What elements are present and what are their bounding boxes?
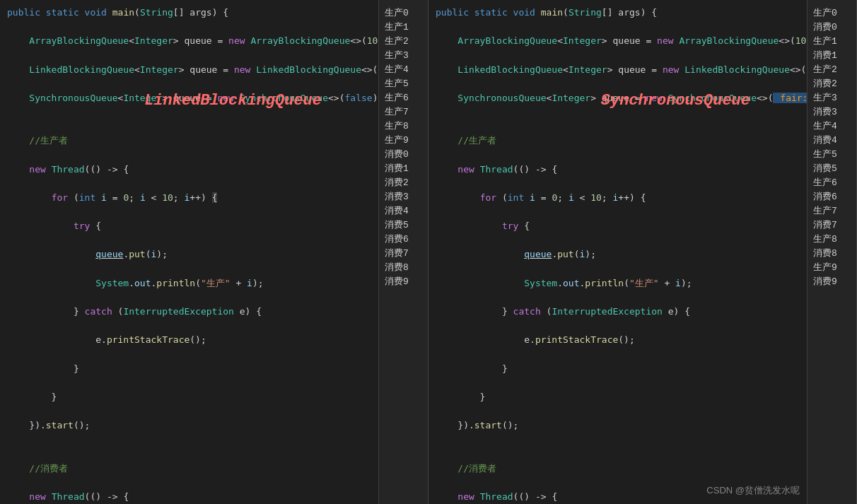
right-panel: SynchronousQueue public static void main… [428, 0, 857, 504]
output-item: 消费6 [379, 232, 428, 246]
left-panel: LinkedBlockingQueue public static void m… [0, 0, 428, 504]
output-item: 生产7 [379, 105, 428, 119]
output-item: 消费8 [379, 260, 428, 274]
right-code-area: SynchronousQueue public static void main… [428, 0, 807, 504]
right-code: public static void main(String[] args) {… [436, 6, 807, 504]
output-item: 生产9 [808, 260, 856, 274]
output-item: 生产0 [379, 6, 428, 20]
left-code-area: LinkedBlockingQueue public static void m… [0, 0, 378, 504]
right-output-panel: 生产0 消费0 生产1 消费1 生产2 消费2 生产3 消费3 生产4 消费4 … [807, 0, 856, 504]
output-item: 生产3 [808, 90, 856, 105]
output-item: 消费9 [379, 274, 428, 288]
output-item: 生产1 [379, 20, 428, 34]
left-output-panel: 生产0 生产1 生产2 生产3 生产4 生产5 生产6 生产7 生产8 生产9 … [378, 0, 428, 504]
output-item: 生产5 [808, 147, 856, 161]
right-panel-label: SynchronousQueue [601, 92, 750, 110]
output-item: 消费6 [808, 189, 856, 204]
watermark: CSDN @贫僧洗发水呢 [706, 484, 800, 497]
output-item: 生产3 [379, 48, 428, 62]
output-item: 生产2 [379, 34, 428, 48]
output-item: 生产6 [808, 175, 856, 189]
output-item: 生产9 [379, 133, 428, 147]
output-item: 消费2 [808, 76, 856, 90]
output-item: 生产5 [379, 76, 428, 90]
output-item: 生产8 [379, 119, 428, 133]
output-item: 消费1 [808, 48, 856, 62]
output-item: 消费0 [379, 147, 428, 161]
output-item: 消费1 [379, 161, 428, 175]
output-item: 生产6 [379, 90, 428, 105]
left-panel-label: LinkedBlockingQueue [144, 92, 322, 110]
output-item: 消费4 [379, 204, 428, 218]
output-item: 生产7 [808, 204, 856, 218]
output-item: 生产0 [808, 6, 856, 20]
left-code: public static void main(String[] args) {… [7, 6, 378, 504]
output-item: 消费5 [379, 218, 428, 232]
output-item: 消费4 [808, 133, 856, 147]
output-item: 消费2 [379, 175, 428, 189]
output-item: 消费7 [379, 246, 428, 260]
output-item: 生产2 [808, 62, 856, 76]
output-item: 消费7 [808, 218, 856, 232]
output-item: 消费0 [808, 20, 856, 34]
output-item: 生产4 [808, 119, 856, 133]
output-item: 生产4 [379, 62, 428, 76]
output-item: 消费5 [808, 161, 856, 175]
output-item: 消费3 [379, 189, 428, 204]
output-item: 消费9 [808, 274, 856, 288]
output-item: 生产8 [808, 232, 856, 246]
output-item: 消费8 [808, 246, 856, 260]
output-item: 生产1 [808, 34, 856, 48]
output-item: 消费3 [808, 105, 856, 119]
